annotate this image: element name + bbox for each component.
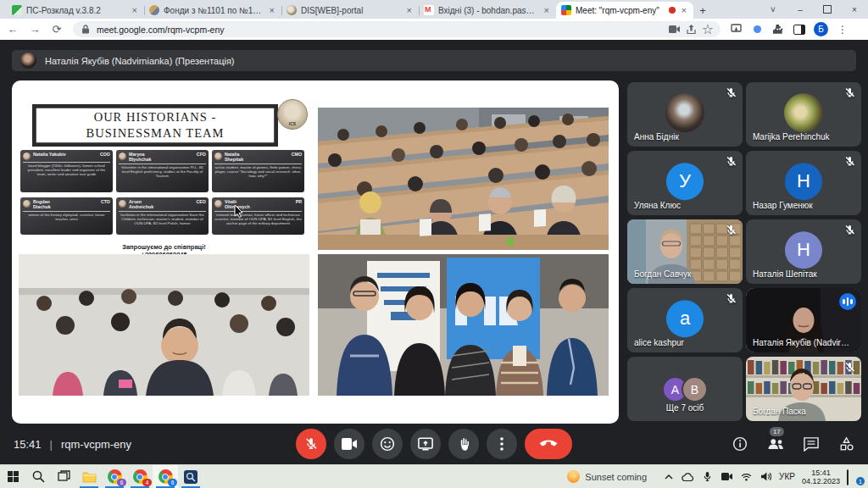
reactions-button[interactable] (372, 429, 403, 459)
participant-tile[interactable]: Анна Біднік (627, 82, 743, 147)
participant-name: Уляна Клюс (634, 201, 681, 210)
back-icon[interactable]: ← (3, 20, 22, 39)
network-icon[interactable] (740, 470, 753, 483)
tray-camera-icon[interactable] (721, 470, 733, 483)
weather-widget[interactable]: Sunset coming (567, 470, 647, 483)
taskbar-search-icon[interactable] (25, 465, 51, 488)
participant-tile[interactable]: Наталія Якубів (Nadvirn… (746, 288, 861, 352)
member-name: Arsen Andreichuk (129, 199, 163, 209)
taskbar-clock[interactable]: 15:41 04.12.2023 (802, 469, 840, 485)
member-role: CEO (197, 199, 206, 204)
tab-favicon (287, 5, 297, 15)
browser-menu-icon[interactable]: ⋮ (836, 23, 849, 36)
camera-permission-icon[interactable] (668, 24, 680, 36)
tab-close-icon[interactable]: × (680, 5, 688, 15)
taskbar-app-chrome-profile-2[interactable]: 4 (127, 465, 153, 488)
team-member-card: Natalia Shepitak CMO active student, mas… (212, 150, 304, 192)
address-bar[interactable]: meet.google.com/rqm-vcpm-eny ☆ (73, 21, 721, 37)
tab-label: Meet: "rqm-vcpm-eny" (576, 6, 665, 15)
notification-center-icon[interactable]: 1 (847, 470, 861, 483)
tab-search-icon[interactable]: ˅ (760, 0, 787, 19)
participant-tile[interactable]: Богдан Савчук (627, 219, 743, 284)
explorer-icon (82, 470, 97, 483)
taskbar-app-chrome-profile-3[interactable]: 6 (153, 465, 178, 488)
share-icon[interactable] (685, 24, 697, 36)
recording-dot (669, 7, 676, 14)
extension-badge-icon[interactable] (750, 23, 764, 36)
taskbar-time: 15:41 (811, 469, 831, 477)
member-photo (23, 152, 31, 160)
browser-tab[interactable]: ПС-Розклад v.3.8.2 × (7, 2, 144, 19)
participant-tile[interactable]: Богдан Паска (746, 357, 861, 421)
side-panel-icon[interactable] (793, 23, 806, 36)
team-member-card: Arsen Andreichuk CEO facilitator in the … (116, 197, 209, 235)
participant-name: Наталія Шепітак (753, 269, 817, 279)
install-app-icon[interactable] (729, 23, 743, 36)
forward-icon[interactable]: → (25, 20, 44, 39)
maximize-button[interactable] (814, 0, 841, 19)
task-view-icon[interactable] (51, 465, 76, 488)
extensions-puzzle-icon[interactable] (771, 23, 785, 36)
reload-icon[interactable]: ⟳ (47, 20, 66, 39)
tab-favicon (149, 5, 159, 15)
participant-tile[interactable]: aalice kashpur (627, 288, 743, 352)
tab-close-icon[interactable]: × (268, 5, 276, 15)
browser-tab[interactable]: Вхідні (3) - bohdan.paska@pnu… × (419, 2, 556, 19)
participant-tile[interactable]: ННаталія Шепітак (746, 219, 861, 284)
participant-tile[interactable]: УУляна Клюс (627, 151, 743, 215)
notification-count-badge: 1 (856, 477, 865, 485)
raise-hand-button[interactable] (448, 429, 479, 459)
participant-tile[interactable]: АВЩе 7 осіб (627, 357, 743, 421)
minimize-button[interactable]: – (787, 0, 814, 19)
chat-icon[interactable] (802, 435, 821, 453)
activities-icon[interactable] (837, 435, 856, 453)
participant-initial-avatar: У (666, 163, 704, 200)
tab-close-icon[interactable]: × (405, 5, 414, 15)
tab-label: DIS[WEB]-portal (301, 6, 401, 15)
mic-off-icon (843, 224, 856, 236)
member-name: Maryna Blyshchak (129, 152, 163, 162)
tray-mic-icon[interactable] (701, 470, 714, 483)
member-description: network businessman, future officer and … (214, 211, 302, 226)
browser-tab[interactable]: Meet: "rqm-vcpm-eny" × (556, 2, 693, 19)
member-photo (23, 200, 31, 208)
meeting-code: rqm-vcpm-eny (61, 438, 131, 451)
camera-button[interactable] (334, 429, 364, 459)
bookmark-star-icon[interactable]: ☆ (702, 24, 714, 36)
mic-off-icon (725, 292, 737, 305)
taskbar-app-chrome-profile-1[interactable]: 6 (102, 465, 127, 488)
tab-close-icon[interactable]: × (542, 5, 551, 15)
more-options-button[interactable] (487, 429, 517, 459)
participant-initial-avatar: Н (785, 231, 822, 269)
member-name: Bogdan Diachuk (33, 199, 67, 209)
profile-avatar[interactable]: Б (814, 22, 828, 36)
onedrive-cloud-icon[interactable] (682, 470, 694, 483)
mic-mute-button[interactable] (296, 429, 326, 459)
participants-icon[interactable]: 17 (766, 435, 785, 453)
taskbar-app-explorer[interactable] (76, 465, 102, 488)
volume-icon[interactable] (760, 470, 772, 483)
browser-tab[interactable]: DIS[WEB]-portal × (281, 2, 419, 19)
shared-presentation[interactable]: OUR HISTORIANS - BUSINESSMAN TEAM ICS Na… (12, 80, 619, 424)
present-button[interactable] (410, 429, 441, 459)
taskbar-date: 04.12.2023 (802, 477, 840, 485)
language-indicator[interactable]: УКР (779, 472, 795, 481)
participant-tile[interactable]: ННазар Гуменюк (746, 151, 861, 215)
lecture-hall-photo (318, 108, 609, 250)
team-slide: OUR HISTORIANS - BUSINESSMAN TEAM ICS Na… (19, 97, 309, 252)
mic-off-icon (725, 86, 737, 99)
meeting-details-icon[interactable] (731, 435, 749, 453)
tray-chevron-icon[interactable] (662, 470, 675, 483)
tab-favicon (12, 5, 22, 15)
toolbar-extensions-area: Б ⋮ (729, 22, 849, 36)
taskbar-app-viewer[interactable] (178, 465, 203, 488)
end-call-button[interactable] (525, 429, 572, 459)
app-badge: 4 (142, 479, 152, 486)
presenter-banner: Наталія Якубів (Nadvirnianka) (Презентац… (12, 50, 856, 71)
new-tab-button[interactable]: + (693, 2, 712, 19)
start-button[interactable] (0, 465, 25, 488)
tab-close-icon[interactable]: × (131, 5, 139, 15)
browser-tab[interactable]: Фонди з №1101 по №1200 – L… × (144, 2, 281, 19)
participant-tile[interactable]: Marijka Perehinchuk (746, 82, 861, 147)
close-button[interactable]: × (841, 0, 868, 19)
